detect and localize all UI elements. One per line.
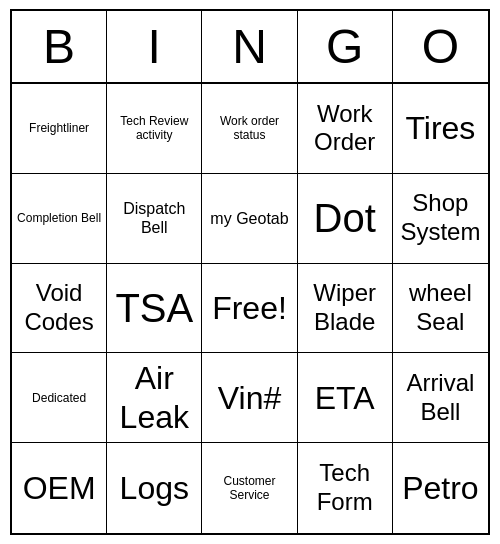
cell-text-12: Free! xyxy=(212,289,287,327)
cell-text-3: Work Order xyxy=(302,100,388,158)
header-letter-i: I xyxy=(107,11,202,82)
cell-text-24: Petro xyxy=(402,469,478,507)
bingo-cell-24: Petro xyxy=(393,443,488,533)
bingo-cell-5: Completion Bell xyxy=(12,174,107,264)
bingo-cell-19: Arrival Bell xyxy=(393,353,488,443)
cell-text-16: Air Leak xyxy=(111,359,197,436)
cell-text-14: wheel Seal xyxy=(397,279,484,337)
bingo-cell-7: my Geotab xyxy=(202,174,297,264)
cell-text-6: Dispatch Bell xyxy=(111,199,197,237)
cell-text-8: Dot xyxy=(314,194,376,242)
cell-text-2: Work order status xyxy=(206,114,292,143)
bingo-grid: FreightlinerTech Review activityWork ord… xyxy=(12,84,488,533)
bingo-header: BINGO xyxy=(12,11,488,84)
bingo-cell-10: Void Codes xyxy=(12,264,107,354)
bingo-cell-12: Free! xyxy=(202,264,297,354)
bingo-cell-17: Vin# xyxy=(202,353,297,443)
bingo-cell-9: Shop System xyxy=(393,174,488,264)
cell-text-9: Shop System xyxy=(397,189,484,247)
cell-text-0: Freightliner xyxy=(29,121,89,135)
bingo-cell-11: TSA xyxy=(107,264,202,354)
bingo-cell-6: Dispatch Bell xyxy=(107,174,202,264)
cell-text-22: Customer Service xyxy=(206,474,292,503)
bingo-cell-23: Tech Form xyxy=(298,443,393,533)
bingo-cell-13: Wiper Blade xyxy=(298,264,393,354)
cell-text-1: Tech Review activity xyxy=(111,114,197,143)
bingo-cell-18: ETA xyxy=(298,353,393,443)
header-letter-g: G xyxy=(298,11,393,82)
bingo-card: BINGO FreightlinerTech Review activityWo… xyxy=(10,9,490,535)
cell-text-5: Completion Bell xyxy=(17,211,101,225)
cell-text-18: ETA xyxy=(315,379,375,417)
cell-text-20: OEM xyxy=(23,469,96,507)
bingo-cell-20: OEM xyxy=(12,443,107,533)
cell-text-15: Dedicated xyxy=(32,391,86,405)
cell-text-4: Tires xyxy=(405,109,475,147)
cell-text-17: Vin# xyxy=(218,379,281,417)
bingo-cell-21: Logs xyxy=(107,443,202,533)
cell-text-19: Arrival Bell xyxy=(397,369,484,427)
bingo-cell-4: Tires xyxy=(393,84,488,174)
header-letter-o: O xyxy=(393,11,488,82)
bingo-cell-16: Air Leak xyxy=(107,353,202,443)
bingo-cell-22: Customer Service xyxy=(202,443,297,533)
bingo-cell-3: Work Order xyxy=(298,84,393,174)
bingo-cell-15: Dedicated xyxy=(12,353,107,443)
bingo-cell-1: Tech Review activity xyxy=(107,84,202,174)
bingo-cell-8: Dot xyxy=(298,174,393,264)
cell-text-13: Wiper Blade xyxy=(302,279,388,337)
cell-text-21: Logs xyxy=(120,469,189,507)
header-letter-n: N xyxy=(202,11,297,82)
bingo-cell-14: wheel Seal xyxy=(393,264,488,354)
bingo-cell-2: Work order status xyxy=(202,84,297,174)
cell-text-7: my Geotab xyxy=(210,209,288,228)
cell-text-10: Void Codes xyxy=(16,279,102,337)
bingo-cell-0: Freightliner xyxy=(12,84,107,174)
cell-text-23: Tech Form xyxy=(302,459,388,517)
header-letter-b: B xyxy=(12,11,107,82)
cell-text-11: TSA xyxy=(115,284,193,332)
